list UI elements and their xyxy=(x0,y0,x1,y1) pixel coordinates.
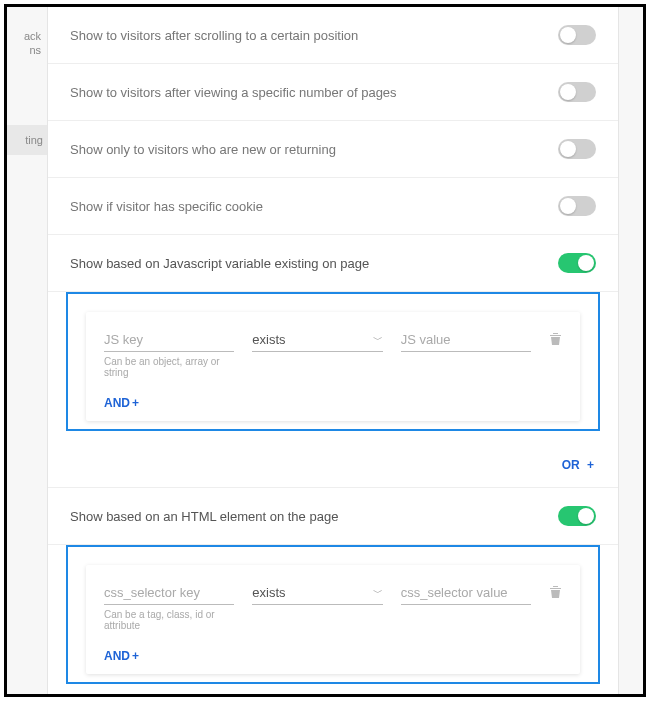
js-key-hint: Can be an object, array or string xyxy=(104,356,234,378)
css-operator-select[interactable]: exists ﹀ xyxy=(252,581,382,605)
setting-scroll-position: Show to visitors after scrolling to a ce… xyxy=(48,7,618,64)
chevron-down-icon: ﹀ xyxy=(373,333,383,347)
html-condition-row: Can be a tag, class, id or attribute exi… xyxy=(104,581,562,631)
setting-label: Show only to visitors who are new or ret… xyxy=(70,142,336,157)
app-frame: ack ns ting Show to visitors after scrol… xyxy=(4,4,646,697)
js-operator-value: exists xyxy=(252,332,285,347)
setting-js-variable: Show based on Javascript variable existi… xyxy=(48,235,618,292)
setting-html-element: Show based on an HTML element on the pag… xyxy=(48,488,618,545)
setting-label: Show to visitors after viewing a specifi… xyxy=(70,85,397,100)
css-operator-value: exists xyxy=(252,585,285,600)
setting-label: Show based on an HTML element on the pag… xyxy=(70,509,338,524)
setting-label: Show if visitor has specific cookie xyxy=(70,199,263,214)
js-key-field: Can be an object, array or string xyxy=(104,328,234,378)
setting-label: Show based on Javascript variable existi… xyxy=(70,256,369,271)
sidebar-item-partial-1[interactable]: ack ns xyxy=(7,29,41,58)
css-value-input[interactable] xyxy=(401,581,531,605)
sidebar-text: ns xyxy=(29,44,41,56)
plus-icon: + xyxy=(587,458,594,472)
setting-new-returning: Show only to visitors who are new or ret… xyxy=(48,121,618,178)
js-or-row: OR + xyxy=(48,447,618,487)
css-key-field: Can be a tag, class, id or attribute xyxy=(104,581,234,631)
toggle-newret[interactable] xyxy=(558,139,596,159)
sidebar-text: ack xyxy=(24,30,41,42)
toggle-htmlel[interactable] xyxy=(558,506,596,526)
sidebar-item-partial-2[interactable]: ting xyxy=(7,125,47,155)
setting-label: Show to visitors after scrolling to a ce… xyxy=(70,28,358,43)
trash-icon[interactable] xyxy=(549,332,562,349)
and-button[interactable]: AND+ xyxy=(104,396,139,410)
settings-panel: Show to visitors after scrolling to a ce… xyxy=(47,7,619,694)
js-operator-select[interactable]: exists ﹀ xyxy=(252,328,382,352)
toggle-scroll[interactable] xyxy=(558,25,596,45)
css-operator-field: exists ﹀ xyxy=(252,581,382,605)
and-label: AND xyxy=(104,649,130,663)
html-element-config: Can be a tag, class, id or attribute exi… xyxy=(66,545,600,684)
and-label: AND xyxy=(104,396,130,410)
css-value-field xyxy=(401,581,531,605)
js-value-input[interactable] xyxy=(401,328,531,352)
css-key-input[interactable] xyxy=(104,581,234,605)
or-button[interactable]: OR + xyxy=(562,458,594,472)
trash-icon[interactable] xyxy=(549,585,562,602)
js-condition-card: Can be an object, array or string exists… xyxy=(86,312,580,421)
js-key-input[interactable] xyxy=(104,328,234,352)
js-value-field xyxy=(401,328,531,352)
toggle-cookie[interactable] xyxy=(558,196,596,216)
css-key-hint: Can be a tag, class, id or attribute xyxy=(104,609,234,631)
sidebar-text: ting xyxy=(25,134,43,146)
plus-icon: + xyxy=(132,396,139,410)
html-condition-card: Can be a tag, class, id or attribute exi… xyxy=(86,565,580,674)
toggle-jsvar[interactable] xyxy=(558,253,596,273)
plus-icon: + xyxy=(132,649,139,663)
or-label: OR xyxy=(562,458,580,472)
toggle-pages[interactable] xyxy=(558,82,596,102)
setting-cookie: Show if visitor has specific cookie xyxy=(48,178,618,235)
and-button[interactable]: AND+ xyxy=(104,649,139,663)
setting-page-count: Show to visitors after viewing a specifi… xyxy=(48,64,618,121)
js-variable-config: Can be an object, array or string exists… xyxy=(66,292,600,431)
sidebar: ack ns ting xyxy=(7,7,47,694)
js-operator-field: exists ﹀ xyxy=(252,328,382,352)
js-condition-row: Can be an object, array or string exists… xyxy=(104,328,562,378)
chevron-down-icon: ﹀ xyxy=(373,586,383,600)
